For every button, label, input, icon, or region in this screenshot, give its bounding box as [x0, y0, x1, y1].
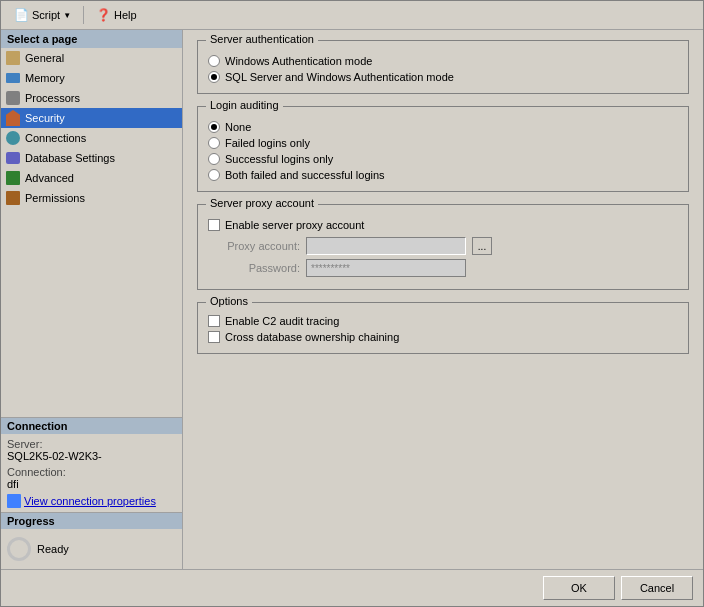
connection-section: Connection Server: SQL2K5-02-W2K3- Conne…: [1, 417, 182, 512]
server-value: SQL2K5-02-W2K3-: [7, 450, 102, 462]
script-button[interactable]: 📄 Script ▼: [7, 5, 78, 25]
both-logins-radio[interactable]: [208, 169, 220, 181]
cancel-button[interactable]: Cancel: [621, 576, 693, 600]
login-auditing-legend: Login auditing: [206, 99, 283, 111]
windows-auth-label: Windows Authentication mode: [225, 55, 372, 67]
options-legend: Options: [206, 295, 252, 307]
windows-auth-radio[interactable]: [208, 55, 220, 67]
successful-logins-label: Successful logins only: [225, 153, 333, 165]
sidebar-item-permissions[interactable]: Permissions: [1, 188, 182, 208]
cross-db-label: Cross database ownership chaining: [225, 331, 399, 343]
both-logins-label: Both failed and successful logins: [225, 169, 385, 181]
proxy-browse-button[interactable]: ...: [472, 237, 492, 255]
database-settings-icon: [5, 150, 21, 166]
toolbar: 📄 Script ▼ ❓ Help: [1, 1, 703, 30]
server-auth-group: Server authentication Windows Authentica…: [197, 40, 689, 94]
failed-logins-row[interactable]: Failed logins only: [208, 135, 678, 151]
bottom-bar: OK Cancel: [1, 569, 703, 606]
server-proxy-legend: Server proxy account: [206, 197, 318, 209]
help-icon: ❓: [96, 8, 111, 22]
toolbar-separator: [83, 6, 84, 24]
proxy-fields: Proxy account: ... Password: **********: [208, 233, 678, 277]
progress-section: Progress Ready: [1, 512, 182, 569]
sql-windows-auth-row[interactable]: SQL Server and Windows Authentication mo…: [208, 69, 678, 85]
link-icon: [7, 494, 21, 508]
sidebar-item-general-label: General: [25, 52, 64, 64]
successful-logins-row[interactable]: Successful logins only: [208, 151, 678, 167]
processors-icon: [5, 90, 21, 106]
options-section: Options Enable C2 audit tracing Cross da…: [197, 302, 689, 354]
help-button[interactable]: ❓ Help: [89, 5, 144, 25]
general-icon: [5, 50, 21, 66]
view-connection-properties-link[interactable]: View connection properties: [7, 494, 176, 508]
connection-header: Connection: [1, 418, 182, 434]
progress-header: Progress: [1, 513, 182, 529]
sidebar-item-processors-label: Processors: [25, 92, 80, 104]
sql-windows-auth-radio[interactable]: [208, 71, 220, 83]
sidebar-item-processors[interactable]: Processors: [1, 88, 182, 108]
sidebar-item-advanced-label: Advanced: [25, 172, 74, 184]
sidebar-item-permissions-label: Permissions: [25, 192, 85, 204]
both-logins-row[interactable]: Both failed and successful logins: [208, 167, 678, 183]
main-content: Select a page General Memory Processors: [1, 30, 703, 569]
c2-audit-checkbox[interactable]: [208, 315, 220, 327]
failed-logins-radio[interactable]: [208, 137, 220, 149]
server-field: Server: SQL2K5-02-W2K3-: [7, 438, 176, 462]
sql-windows-auth-label: SQL Server and Windows Authentication mo…: [225, 71, 454, 83]
help-label: Help: [114, 9, 137, 21]
progress-content: Ready: [7, 533, 176, 565]
cross-db-row[interactable]: Cross database ownership chaining: [208, 329, 678, 345]
view-link-label: View connection properties: [24, 495, 156, 507]
sidebar-item-memory[interactable]: Memory: [1, 68, 182, 88]
enable-proxy-row[interactable]: Enable server proxy account: [208, 217, 678, 233]
left-panel: Select a page General Memory Processors: [1, 30, 183, 569]
server-proxy-group: Server proxy account Enable server proxy…: [197, 204, 689, 290]
cross-db-checkbox[interactable]: [208, 331, 220, 343]
ok-button[interactable]: OK: [543, 576, 615, 600]
none-radio[interactable]: [208, 121, 220, 133]
advanced-icon: [5, 170, 21, 186]
security-icon: [5, 110, 21, 126]
sidebar-item-database-settings[interactable]: Database Settings: [1, 148, 182, 168]
proxy-account-row: Proxy account: ...: [210, 237, 678, 255]
server-label: Server:: [7, 438, 42, 450]
server-auth-legend: Server authentication: [206, 33, 318, 45]
sidebar-item-database-settings-label: Database Settings: [25, 152, 115, 164]
login-auditing-group: Login auditing None Failed logins only S…: [197, 106, 689, 192]
proxy-account-input[interactable]: [306, 237, 466, 255]
connection-label: Connection:: [7, 466, 66, 478]
windows-auth-row[interactable]: Windows Authentication mode: [208, 53, 678, 69]
progress-status: Ready: [37, 543, 69, 555]
right-panel: Server authentication Windows Authentica…: [183, 30, 703, 569]
proxy-account-label: Proxy account:: [210, 240, 300, 252]
progress-spinner: [7, 537, 31, 561]
left-panel-header: Select a page: [1, 30, 182, 48]
sidebar-item-security[interactable]: Security: [1, 108, 182, 128]
c2-audit-label: Enable C2 audit tracing: [225, 315, 339, 327]
enable-proxy-label: Enable server proxy account: [225, 219, 364, 231]
sidebar-item-advanced[interactable]: Advanced: [1, 168, 182, 188]
sidebar-item-security-label: Security: [25, 112, 65, 124]
sidebar-item-connections[interactable]: Connections: [1, 128, 182, 148]
connection-value: dfi: [7, 478, 19, 490]
sidebar-item-connections-label: Connections: [25, 132, 86, 144]
none-row[interactable]: None: [208, 119, 678, 135]
sidebar-item-memory-label: Memory: [25, 72, 65, 84]
password-row: Password: **********: [210, 259, 678, 277]
main-dialog: 📄 Script ▼ ❓ Help Select a page General …: [0, 0, 704, 607]
c2-audit-row[interactable]: Enable C2 audit tracing: [208, 313, 678, 329]
enable-proxy-checkbox[interactable]: [208, 219, 220, 231]
permissions-icon: [5, 190, 21, 206]
password-input[interactable]: **********: [306, 259, 466, 277]
options-content: Enable C2 audit tracing Cross database o…: [208, 313, 678, 345]
password-dots: **********: [311, 263, 350, 274]
memory-icon: [5, 70, 21, 86]
script-label: Script: [32, 9, 60, 21]
connections-icon: [5, 130, 21, 146]
successful-logins-radio[interactable]: [208, 153, 220, 165]
script-icon: 📄: [14, 8, 29, 22]
sidebar-item-general[interactable]: General: [1, 48, 182, 68]
none-label: None: [225, 121, 251, 133]
password-label: Password:: [210, 262, 300, 274]
script-dropdown-icon: ▼: [63, 11, 71, 20]
